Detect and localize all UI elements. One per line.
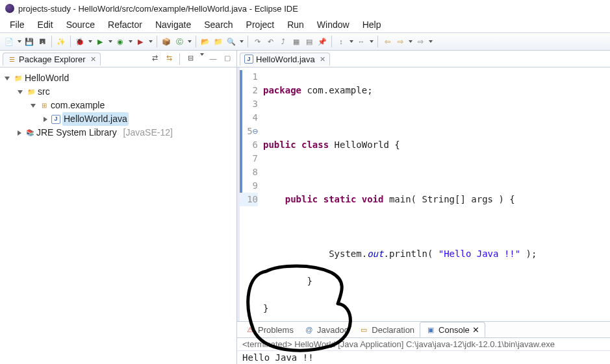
close-icon[interactable]: ✕ (320, 55, 325, 64)
new-icon[interactable]: 📄 (4, 36, 14, 47)
editor-tabs: J HelloWorld.java ✕ (237, 51, 610, 67)
console-header: <terminated> HelloWorld [Java Applicatio… (237, 338, 610, 351)
pin-icon[interactable]: 📌 (317, 36, 327, 47)
view-menu-icon[interactable] (200, 53, 204, 56)
view-tab-row: ☰ Package Explorer ✕ ⇄ ⇆ ⊟ — ▢ (0, 51, 236, 67)
menu-window[interactable]: Window (311, 18, 355, 31)
chevron-down-icon[interactable] (5, 77, 10, 80)
menu-search[interactable]: Search (198, 18, 238, 31)
package-explorer-icon: ☰ (7, 55, 16, 64)
console-output[interactable]: Hello Java !! (237, 351, 610, 364)
tab-problems[interactable]: ⚠Problems (240, 322, 299, 337)
close-icon[interactable]: ✕ (472, 325, 479, 335)
code-body[interactable]: package com.example; public class HelloW… (263, 67, 610, 321)
coverage-icon[interactable]: ◉ (115, 36, 125, 47)
caret-icon[interactable] (149, 40, 153, 43)
menu-navigate[interactable]: Navigate (149, 18, 197, 31)
file-node[interactable]: HelloWorld.java (62, 112, 129, 126)
caret-icon[interactable] (129, 40, 133, 43)
separator (157, 36, 157, 47)
caret-icon[interactable] (88, 40, 92, 43)
chevron-right-icon[interactable] (44, 117, 47, 122)
collapse-icon[interactable]: ⇄ (149, 53, 160, 64)
package-node[interactable]: com.example (51, 99, 105, 112)
tab-declaration[interactable]: ▭Declaration (353, 322, 420, 337)
caret-icon[interactable] (108, 40, 112, 43)
titlebar: projects-study - HelloWorld/src/com/exam… (0, 0, 610, 17)
new-package-icon[interactable]: 📦 (161, 36, 172, 47)
separator (248, 36, 248, 47)
wand-icon[interactable]: ✨ (56, 36, 66, 47)
open-task-icon[interactable]: 📁 (213, 36, 223, 47)
nav-icon[interactable]: ↕ (336, 36, 346, 47)
columns-icon[interactable]: ▦ (291, 36, 301, 47)
override-marker-icon[interactable]: ⊖ (253, 126, 258, 136)
main-toolbar: 📄 💾 🖪 ✨ 🐞 ▶ ◉ ▶ 📦 Ⓒ 📂 📁 🔍 ↷ ↶ ⤴ ▦ ▤ 📌 ↕ … (0, 32, 610, 51)
package-explorer-label: Package Explorer (19, 55, 86, 64)
step-icon[interactable]: ↷ (252, 36, 262, 47)
src-node[interactable]: src (38, 85, 50, 99)
caret-icon[interactable] (409, 40, 413, 43)
library-node[interactable]: JRE System Library (36, 126, 117, 140)
menu-run[interactable]: Run (281, 18, 310, 31)
menu-help[interactable]: Help (357, 18, 387, 31)
new-class-icon[interactable]: Ⓒ (174, 36, 184, 47)
menu-edit[interactable]: Edit (32, 18, 59, 31)
caret-icon[interactable] (370, 40, 374, 43)
javadoc-icon: @ (304, 324, 314, 335)
project-tree[interactable]: 📁HelloWorld 📁src ⊞com.example JHelloWorl… (0, 67, 236, 143)
save-all-icon[interactable]: 🖪 (37, 36, 47, 47)
separator (331, 36, 332, 47)
drop-frame-icon[interactable]: ⤴ (278, 36, 288, 47)
search-icon[interactable]: 🔍 (226, 36, 236, 47)
editor-area: J HelloWorld.java ✕ 1 2 3 4 5⊖ 6 7 8 9 1… (237, 51, 610, 364)
nav-icon[interactable]: ↔ (356, 36, 366, 47)
link-editor-icon[interactable]: ⇆ (164, 53, 174, 64)
workspace: ☰ Package Explorer ✕ ⇄ ⇆ ⊟ — ▢ 📁HelloWor… (0, 51, 610, 364)
tab-console[interactable]: ▣Console✕ (420, 322, 485, 337)
menu-refactor[interactable]: Refactor (102, 18, 148, 31)
save-icon[interactable]: 💾 (24, 36, 34, 47)
bottom-tab-row: ⚠Problems @Javadoc ▭Declaration ▣Console… (237, 321, 610, 338)
step-icon[interactable]: ↶ (265, 36, 275, 47)
menu-file[interactable]: File (4, 18, 31, 31)
forward-disabled-icon: ⇨ (415, 36, 426, 47)
editor-tab-label: HelloWorld.java (256, 55, 315, 64)
project-icon: 📁 (14, 74, 23, 83)
focus-icon[interactable]: ⊟ (185, 53, 196, 64)
filter-icon[interactable]: ▤ (304, 36, 314, 47)
menu-project[interactable]: Project (240, 18, 281, 31)
java-file-icon: J (244, 55, 253, 64)
window-title: projects-study - HelloWorld/src/com/exam… (18, 4, 298, 14)
menu-source[interactable]: Source (60, 18, 101, 31)
tab-javadoc[interactable]: @Javadoc (299, 322, 353, 337)
package-explorer-tab[interactable]: ☰ Package Explorer ✕ (3, 53, 101, 66)
chevron-down-icon[interactable] (18, 90, 23, 94)
editor-tab-helloworld[interactable]: J HelloWorld.java ✕ (240, 53, 330, 66)
caret-icon[interactable] (349, 40, 353, 43)
package-explorer-view: ☰ Package Explorer ✕ ⇄ ⇆ ⊟ — ▢ 📁HelloWor… (0, 51, 237, 364)
run-icon[interactable]: ▶ (95, 36, 105, 47)
library-env: [JavaSE-12] (123, 126, 173, 140)
separator (179, 53, 180, 65)
caret-icon (429, 40, 433, 43)
external-tools-icon[interactable]: ▶ (135, 36, 146, 47)
chevron-down-icon[interactable] (31, 104, 36, 108)
separator (377, 36, 378, 47)
close-icon[interactable]: ✕ (90, 55, 96, 64)
java-file-icon: J (51, 115, 60, 124)
problems-icon: ⚠ (245, 324, 255, 335)
project-node[interactable]: HelloWorld (25, 71, 69, 85)
src-folder-icon: 📁 (27, 88, 36, 97)
minimize-icon[interactable]: — (208, 53, 218, 64)
open-type-icon[interactable]: 📂 (200, 36, 210, 47)
debug-icon[interactable]: 🐞 (75, 36, 85, 47)
caret-icon[interactable] (240, 40, 244, 43)
maximize-icon[interactable]: ▢ (222, 53, 233, 64)
chevron-right-icon[interactable] (18, 130, 21, 136)
forward-icon[interactable]: ⇨ (395, 36, 405, 47)
code-editor[interactable]: 1 2 3 4 5⊖ 6 7 8 9 10 package com.exampl… (237, 67, 610, 321)
caret-icon[interactable] (188, 40, 192, 43)
caret-icon[interactable] (18, 40, 21, 43)
back-icon[interactable]: ⇦ (382, 36, 392, 47)
